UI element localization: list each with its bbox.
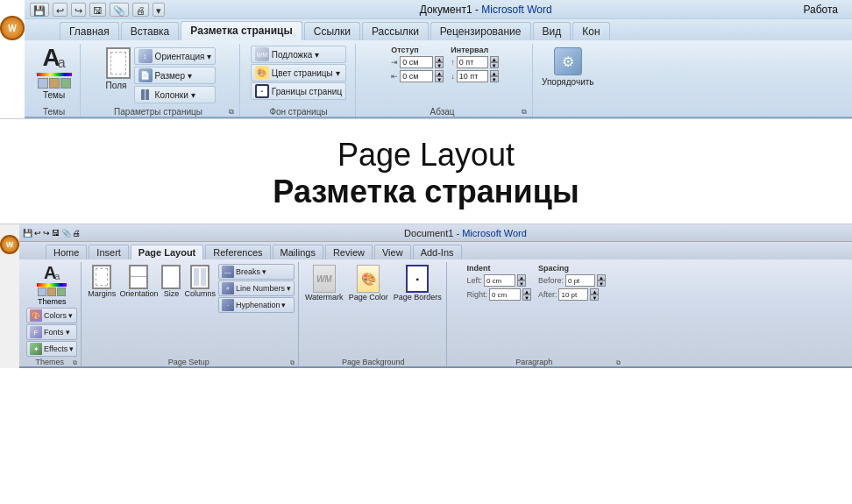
fonts-btn-en[interactable]: F Fonts ▾ (26, 324, 77, 340)
undo-icon[interactable]: ↩ (53, 3, 67, 17)
spin-up-sa[interactable]: ▲ (590, 288, 599, 295)
themes-btn-ru[interactable]: A a Темы (37, 46, 72, 100)
qa-en3[interactable]: 🖫 (52, 229, 60, 238)
tab-razmetka[interactable]: Разметка страницы (181, 21, 302, 40)
tab-vid[interactable]: Вид (533, 22, 572, 40)
spin-down4[interactable]: ▼ (490, 76, 499, 82)
spin-down2[interactable]: ▼ (435, 76, 444, 82)
indent-left-spinner-en[interactable]: ▲ ▼ (517, 274, 526, 287)
tab-references[interactable]: References (205, 245, 270, 259)
spin-up4[interactable]: ▲ (490, 70, 499, 76)
spacing-before-spinner-en[interactable]: ▲ ▼ (597, 274, 606, 287)
group-arrange-ru: ⚙ Упорядочить (535, 44, 601, 117)
group-pagesetup-label-en: Page Setup (87, 358, 290, 366)
linenumbers-btn-en[interactable]: # Line Numbers ▾ (218, 280, 295, 296)
hyphenation-btn-en[interactable]: - Hyphenation ▾ (218, 297, 295, 313)
spin-dn-il[interactable]: ▼ (517, 280, 526, 287)
tab-recenz[interactable]: Рецензирование (430, 22, 531, 40)
qa-icon6[interactable]: ▾ (153, 3, 165, 17)
office-button-ru[interactable]: W (0, 16, 25, 40)
tab-ssylki[interactable]: Ссылки (304, 22, 360, 40)
qa-icon3[interactable]: 🖫 (89, 3, 106, 17)
indent-right-input-ru[interactable] (400, 70, 433, 82)
indent-right-spinner-en[interactable]: ▲ ▼ (522, 288, 531, 301)
paragraph-expand-ru[interactable]: ⧉ (522, 108, 527, 117)
tab-glavnaya[interactable]: Главная (60, 22, 119, 40)
spacing-after-spinner-en[interactable]: ▲ ▼ (590, 288, 599, 301)
tab-addins[interactable]: Add-Ins (413, 245, 462, 259)
spacing-after-input-ru[interactable] (457, 70, 488, 82)
indent-right-spinner-ru[interactable]: ▲ ▼ (435, 70, 444, 82)
spin-dn-sa[interactable]: ▼ (590, 295, 599, 301)
pagesetup-expand-ru[interactable]: ⧉ (229, 108, 234, 117)
spin-up[interactable]: ▲ (435, 56, 444, 62)
watermark-btn-ru[interactable]: WM Подложка ▾ (251, 46, 346, 63)
pagecolor-btn-ru[interactable]: 🎨 Цвет страницы ▾ (251, 64, 346, 82)
borders-btn-ru[interactable]: ▪ Границы страниц (251, 82, 346, 100)
spin-up3[interactable]: ▲ (490, 56, 499, 62)
tab-mailings[interactable]: Mailings (273, 245, 323, 259)
undo-en-icon[interactable]: ↩ (34, 229, 41, 238)
spacing-after-spinner-ru[interactable]: ▲ ▼ (490, 70, 499, 82)
office-button-en[interactable]: W (0, 235, 19, 254)
columns-btn-en[interactable]: Columns (183, 264, 217, 299)
save-en-icon[interactable]: 💾 (23, 229, 32, 238)
pagesetup-expand-en[interactable]: ⧉ (290, 359, 295, 366)
indent-left-input-en[interactable] (484, 274, 515, 287)
spin-dn-sb[interactable]: ▼ (597, 280, 606, 287)
effects-btn-en[interactable]: ✦ Effects ▾ (26, 341, 77, 357)
tab-home[interactable]: Home (46, 245, 87, 259)
indent-left-input-ru[interactable] (400, 56, 433, 68)
spacing-before-input-en[interactable] (565, 274, 595, 287)
columns-btn-ru[interactable]: Колонки ▾ (134, 86, 217, 103)
size-btn-en[interactable]: Size (160, 264, 181, 299)
spin-down[interactable]: ▼ (435, 62, 444, 68)
qa-en5[interactable]: 🖨 (73, 229, 81, 238)
undo2-icon[interactable]: ↪ (71, 3, 86, 17)
spin-up-ir[interactable]: ▲ (522, 288, 531, 295)
swatch1-en (38, 287, 46, 296)
save-icon[interactable]: 💾 (30, 3, 49, 17)
spacing-before-label-en: Before: (538, 276, 564, 285)
tab-vstavka[interactable]: Вставка (121, 22, 180, 40)
paragraph-expand-en[interactable]: ⧉ (616, 359, 621, 366)
margins-btn-en[interactable]: Margins (87, 264, 117, 299)
qa-icon4[interactable]: 📎 (110, 3, 129, 17)
arrange-btn-ru[interactable]: ⚙ Упорядочить (540, 46, 596, 89)
spacing-after-input-en[interactable] (558, 288, 588, 301)
orientation-btn-ru[interactable]: ↕ Ориентация ▾ (134, 47, 217, 65)
indent-spacing-en: Indent Left: ▲ ▼ (466, 264, 606, 301)
redo-en-icon[interactable]: ↪ (43, 229, 50, 238)
tab-rassylki[interactable]: Рассылки (362, 22, 429, 40)
qa-en4[interactable]: 📎 (61, 229, 71, 238)
spin-up-il[interactable]: ▲ (517, 274, 526, 280)
themes-aa-en[interactable]: A a (44, 264, 60, 281)
margins-btn-ru[interactable]: Поля ↕ Ориентация ▾ 📄 (104, 46, 218, 105)
qa-icon5[interactable]: 🖨 (132, 3, 149, 17)
tab-view[interactable]: View (374, 245, 411, 259)
group-paragraph-ru: Отступ ⇥ ▲ ▼ ⇤ (358, 44, 533, 117)
tab-review[interactable]: Review (325, 245, 373, 259)
colors-btn-en[interactable]: 🎨 Colors ▾ (26, 308, 77, 323)
hyphenation-icon-en: - (222, 299, 234, 311)
tab-insert[interactable]: Insert (89, 245, 129, 259)
orientation-btn-en[interactable]: Orientation (118, 264, 159, 299)
size-btn-ru[interactable]: 📄 Размер ▾ (134, 67, 217, 84)
borders-btn-en[interactable]: ▪ Page Borders (393, 264, 443, 302)
spin-up-sb[interactable]: ▲ (597, 274, 606, 280)
tab-pagelayout[interactable]: Page Layout (131, 245, 203, 259)
pagecolor-btn-en[interactable]: 🎨 Page Color (348, 264, 389, 302)
watermark-btn-en[interactable]: WM Watermark (304, 264, 344, 302)
themes-btn-label[interactable]: Themes (38, 297, 67, 306)
breaks-btn-en[interactable]: — Breaks ▾ (218, 264, 295, 280)
tab-kon[interactable]: Кон (572, 22, 609, 40)
themes-expand-en[interactable]: ⧉ (73, 359, 77, 366)
spacing-before-input-ru[interactable] (457, 56, 488, 68)
spacing-group-en: Spacing Before: ▲ ▼ (538, 264, 606, 301)
indent-left-spinner-ru[interactable]: ▲ ▼ (435, 56, 444, 68)
indent-right-input-en[interactable] (489, 288, 521, 301)
spin-up2[interactable]: ▲ (435, 70, 444, 76)
spin-down3[interactable]: ▼ (490, 62, 499, 68)
spin-dn-ir[interactable]: ▼ (522, 295, 531, 301)
spacing-before-spinner-ru[interactable]: ▲ ▼ (490, 56, 499, 68)
